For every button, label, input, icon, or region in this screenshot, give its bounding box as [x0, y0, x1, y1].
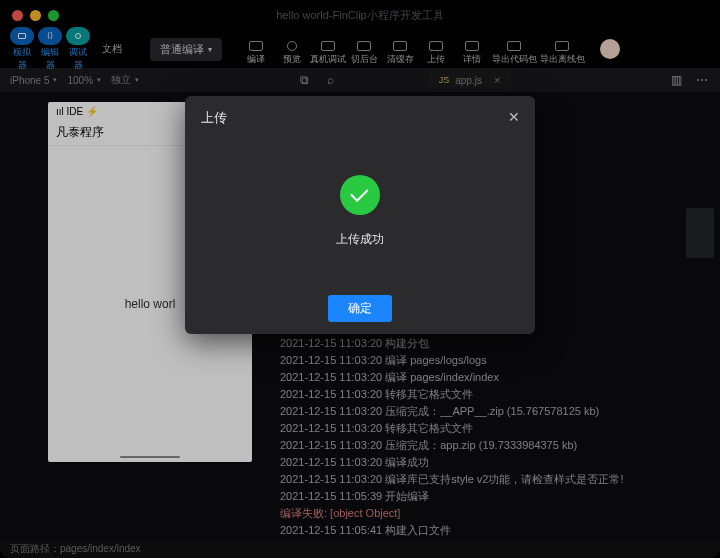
modal-overlay: 上传 ✕ 上传成功 确定 [0, 0, 720, 558]
checkmark-icon [350, 183, 368, 201]
success-icon [340, 175, 380, 215]
app-window: hello world-FinClip小程序开发工具 ⟨⟩ 模拟器 编辑器 调试… [0, 0, 720, 558]
modal-header: 上传 [185, 96, 535, 140]
modal-footer: 确定 [185, 282, 535, 334]
modal-close-button[interactable]: ✕ [503, 106, 525, 128]
modal-body: 上传成功 [185, 140, 535, 282]
confirm-button-label: 确定 [348, 301, 372, 315]
upload-modal: 上传 ✕ 上传成功 确定 [185, 96, 535, 334]
modal-message: 上传成功 [336, 231, 384, 248]
close-icon: ✕ [508, 109, 520, 125]
confirm-button[interactable]: 确定 [328, 295, 392, 322]
modal-title: 上传 [201, 109, 227, 127]
